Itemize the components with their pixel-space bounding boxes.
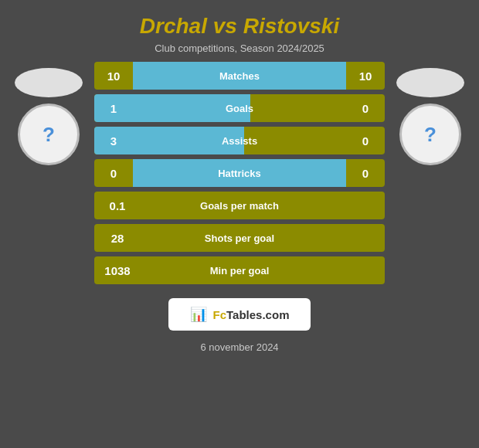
logo-section: 📊 FcTables.com	[168, 298, 311, 331]
stat-right-val: 10	[346, 70, 385, 83]
logo-chart-icon: 📊	[190, 306, 207, 323]
left-player-avatar: ?	[18, 104, 80, 165]
stat-row-assists: 3 Assists 0	[94, 127, 385, 154]
right-player-avatar: ?	[399, 104, 461, 165]
stat-left-val: 28	[94, 232, 141, 245]
stat-label: Matches	[133, 70, 346, 82]
stat-row-goals-per-match: 0.1 Goals per match	[94, 192, 385, 219]
stat-left-val: 3	[94, 134, 133, 148]
stat-left-val: 1	[94, 102, 133, 115]
stat-right-val: 0	[346, 102, 385, 115]
stat-left-val: 1038	[94, 264, 141, 277]
stat-row-goals: 1 Goals 0	[94, 94, 385, 122]
stat-right-val: 0	[346, 134, 385, 148]
stat-label: Shots per goal	[141, 232, 338, 244]
main-content: ? 10 Matches 10 1 Goals 0	[0, 62, 479, 284]
stat-left-val: 0	[94, 167, 133, 180]
logo-text: FcTables.com	[213, 308, 290, 321]
stat-left-val: 10	[94, 70, 133, 83]
right-ellipse-top	[396, 68, 464, 97]
stat-label: Min per goal	[141, 265, 338, 277]
stat-left-val: 0.1	[94, 199, 141, 212]
stat-row-matches: 10 Matches 10	[94, 62, 385, 90]
footer-date: 6 november 2024	[200, 341, 278, 353]
stat-label: Assists	[133, 135, 346, 147]
stat-row-hattricks: 0 Hattricks 0	[94, 159, 385, 187]
logo-box: 📊 FcTables.com	[168, 298, 311, 331]
stat-label: Goals	[133, 103, 346, 114]
right-player-icon: ?	[424, 123, 437, 147]
subtitle: Club competitions, Season 2024/2025	[140, 42, 339, 54]
page-title: Drchal vs Ristovski	[140, 14, 339, 39]
left-player-icon: ?	[42, 123, 55, 147]
left-side: ?	[6, 62, 91, 165]
left-ellipse-top	[15, 68, 83, 97]
stat-label: Hattricks	[133, 168, 346, 179]
stat-row-shots-per-goal: 28 Shots per goal	[94, 224, 385, 252]
stat-row-min-per-goal: 1038 Min per goal	[94, 256, 385, 284]
header: Drchal vs Ristovski Club competitions, S…	[124, 0, 355, 62]
right-side: ?	[388, 62, 473, 165]
stats-section: 10 Matches 10 1 Goals 0 3 Assists 0	[91, 62, 388, 284]
stat-label: Goals per match	[141, 200, 338, 212]
stat-right-val: 0	[346, 167, 385, 180]
